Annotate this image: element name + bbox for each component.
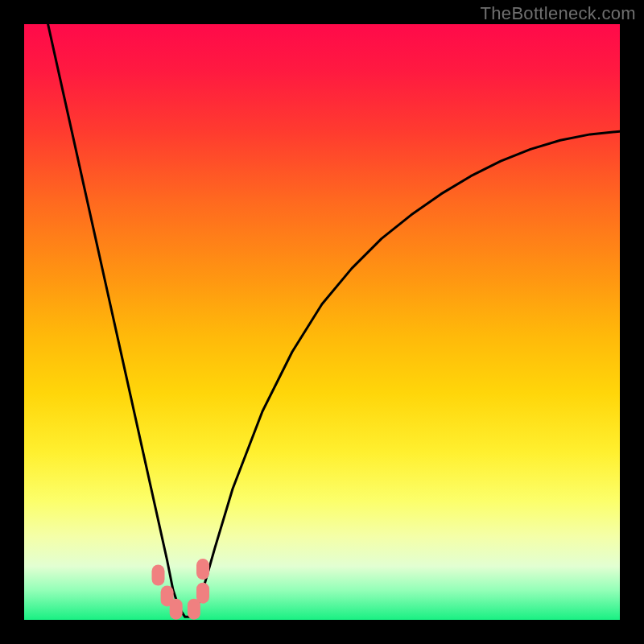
chart-plot-area: [24, 24, 620, 620]
bottleneck-curve-line: [48, 24, 620, 617]
curve-marker: [196, 559, 209, 580]
curve-marker: [188, 599, 200, 620]
curve-marker: [152, 565, 165, 586]
curve-markers-group: [152, 559, 210, 620]
watermark-text: TheBottleneck.com: [481, 3, 636, 24]
bottleneck-chart-svg: [24, 24, 620, 620]
curve-marker: [196, 583, 209, 604]
curve-marker: [170, 599, 183, 620]
